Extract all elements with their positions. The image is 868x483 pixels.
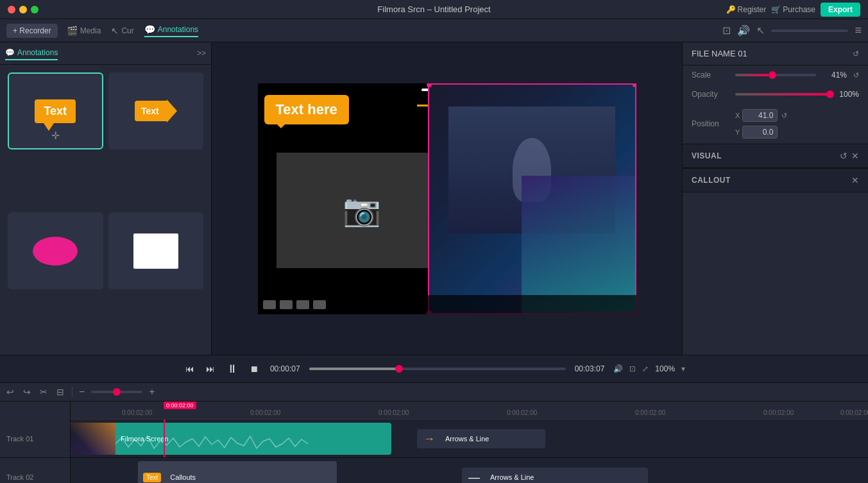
- fullscreen-playback-icon[interactable]: ⤢: [642, 364, 649, 373]
- selection-box[interactable]: [428, 83, 636, 314]
- annotations-icon: 💬: [144, 24, 155, 35]
- text-callout-preview: Text: [35, 99, 76, 123]
- tab-cursor[interactable]: ↖ Cur: [111, 26, 133, 36]
- tab-media[interactable]: 🎬 Media: [67, 26, 101, 36]
- cursor-icon: ↖: [111, 26, 119, 36]
- header-actions: 🔑 Register 🛒 Purchase Export: [726, 3, 860, 17]
- current-time: 00:00:07: [270, 364, 300, 373]
- volume-icon[interactable]: 🔊: [737, 24, 750, 37]
- bottom-btn-2[interactable]: [280, 300, 293, 309]
- cut-button[interactable]: ✂: [38, 386, 49, 398]
- timeline-tools: ↩ ↪ ✂ ⊟ − +: [0, 383, 868, 402]
- handle-tr[interactable]: [633, 83, 636, 87]
- arrow-text: Text: [135, 101, 167, 121]
- arrow-head: [167, 99, 177, 123]
- clip-arrows-line-1-label: Arrows & Line: [440, 435, 494, 443]
- position-inputs: X ↺ Y: [735, 109, 859, 139]
- scale-reset-icon[interactable]: ↺: [853, 71, 859, 80]
- opacity-thumb[interactable]: [826, 90, 834, 98]
- bottom-btn-3[interactable]: [296, 300, 309, 309]
- scale-slider[interactable]: [735, 74, 816, 76]
- visual-close-icon[interactable]: ✕: [851, 151, 859, 161]
- recorder-button[interactable]: + Recorder: [6, 24, 58, 38]
- zoom-in-button[interactable]: +: [149, 386, 155, 398]
- play-pause-button[interactable]: ⏸: [224, 360, 241, 378]
- callout-close-icon[interactable]: ✕: [851, 175, 859, 185]
- handle-tl[interactable]: [427, 83, 432, 87]
- reset-icon[interactable]: ↺: [853, 49, 859, 58]
- cart-icon: 🛒: [771, 5, 781, 14]
- stop-button[interactable]: ⏹: [247, 361, 261, 377]
- properties-header: FILE NAME 01 ↺: [683, 42, 868, 65]
- zoom-dropdown-icon[interactable]: ▾: [681, 364, 685, 373]
- redo-button[interactable]: ↪: [22, 386, 32, 398]
- playhead-line: [164, 419, 165, 457]
- pos-y-row: Y: [735, 126, 859, 139]
- preview-canvas: Text here 📷: [258, 83, 636, 314]
- progress-fill: [309, 368, 399, 370]
- playhead-time-label: 0:00:02:00: [164, 402, 196, 409]
- export-button[interactable]: Export: [821, 3, 860, 17]
- zoom-out-button[interactable]: −: [79, 386, 85, 398]
- clip-arrows-line-1[interactable]: → Arrows & Line: [417, 429, 545, 448]
- clip-arrows-line-2[interactable]: — Arrows & Line: [462, 468, 648, 483]
- register-link[interactable]: 🔑 Register: [726, 5, 767, 14]
- track-row-02: Track 02 Text Callouts — Arrows & Line: [0, 458, 868, 483]
- clip-callouts-label: Callouts: [165, 473, 201, 481]
- ruler-mark-5: 0:00:02:00: [635, 409, 665, 416]
- bottom-btn-1[interactable]: [263, 300, 276, 309]
- clip-thumbnail: [71, 423, 115, 455]
- playback-progress-bar[interactable]: [309, 368, 566, 370]
- ruler-mark-2: 0:00:02:00: [250, 409, 280, 416]
- zoom-level: 100%: [655, 364, 675, 373]
- pos-y-input[interactable]: [742, 126, 778, 139]
- pos-x-input[interactable]: [742, 109, 778, 122]
- text-arrow-preview: Text: [135, 99, 177, 123]
- rect-preview: [133, 233, 178, 269]
- progress-thumb[interactable]: [395, 365, 403, 373]
- tab-annotations[interactable]: 💬 Annotations: [144, 24, 198, 37]
- timeline-content: 0:00:02:00 0:00:02:00 0:00:02:00 0:00:02…: [0, 402, 868, 483]
- visual-reset-icon[interactable]: ↺: [840, 151, 847, 161]
- maximize-button[interactable]: [31, 6, 38, 13]
- volume-button[interactable]: 🔊: [613, 364, 623, 373]
- close-button[interactable]: [8, 6, 15, 13]
- ruler-mark-7: 0:00:02:00: [840, 409, 868, 416]
- clip-filmora-screen[interactable]: Filmora Screen: [71, 423, 391, 455]
- menu-icon[interactable]: ≡: [855, 24, 862, 37]
- clip-callouts[interactable]: Text Callouts: [138, 461, 337, 483]
- split-button[interactable]: ⊟: [55, 386, 65, 398]
- text-bubble-annotation[interactable]: Text here: [264, 95, 349, 124]
- ruler-mark-1: 0:00:02:00: [122, 409, 152, 416]
- pos-x-row: X ↺: [735, 109, 859, 122]
- timeline-ruler[interactable]: 0:00:02:00 0:00:02:00 0:00:02:00 0:00:02…: [71, 402, 868, 419]
- tab-annotations-panel[interactable]: 💬 Annotations: [5, 46, 58, 60]
- bottom-btn-4[interactable]: [313, 300, 326, 309]
- annotation-item-oval[interactable]: [8, 212, 103, 289]
- pos-y-label: Y: [735, 128, 740, 136]
- timeline-zoom-slider[interactable]: [91, 391, 142, 393]
- skip-start-button[interactable]: ⏮: [183, 361, 197, 377]
- visual-label: VISUAL: [692, 151, 722, 160]
- file-name-label: FILE NAME 01: [692, 49, 747, 58]
- annotation-item-text-arrow[interactable]: Text: [108, 72, 204, 149]
- purchase-link[interactable]: 🛒 Purchase: [771, 5, 815, 14]
- annotation-item-rect[interactable]: [108, 212, 204, 289]
- prev-frame-button[interactable]: ⏭: [203, 361, 217, 377]
- pointer-icon[interactable]: ↖: [756, 24, 765, 37]
- scale-thumb[interactable]: [769, 71, 776, 79]
- preview-scrubber[interactable]: [771, 30, 848, 32]
- undo-button[interactable]: ↩: [5, 386, 15, 398]
- opacity-slider[interactable]: [735, 93, 828, 96]
- minimize-button[interactable]: [19, 6, 27, 13]
- crop-icon[interactable]: ⊡: [629, 364, 636, 373]
- fullscreen-icon[interactable]: ⊡: [722, 24, 731, 37]
- timeline-zoom-thumb[interactable]: [113, 388, 121, 396]
- more-tabs-button[interactable]: >>: [197, 49, 206, 58]
- scale-row: Scale 41% ↺: [683, 65, 868, 85]
- annotation-item-text-callout[interactable]: Text ✛: [8, 72, 103, 149]
- scale-label: Scale: [692, 71, 730, 80]
- annotations-grid: Text ✛ Text: [0, 65, 211, 355]
- pos-x-reset-icon[interactable]: ↺: [781, 112, 787, 120]
- track-01-label: Track 01: [0, 419, 71, 457]
